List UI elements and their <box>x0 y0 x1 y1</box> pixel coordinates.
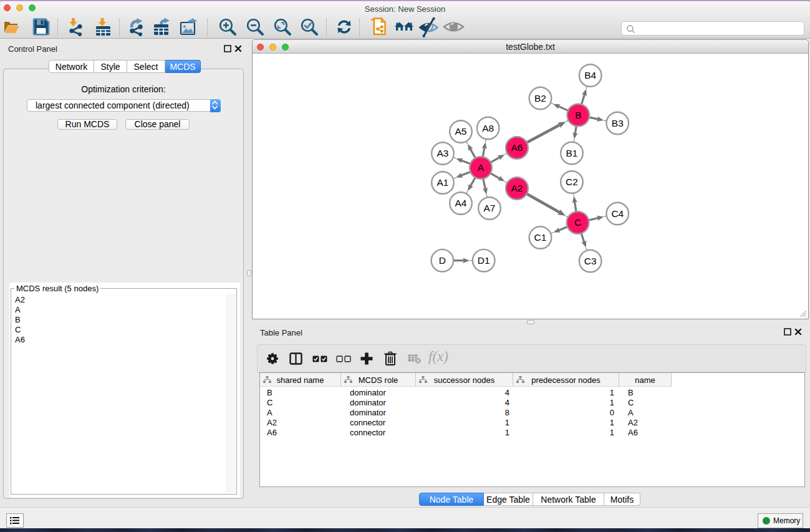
svg-text:B1: B1 <box>566 148 578 158</box>
svg-text:C1: C1 <box>534 232 547 243</box>
svg-text:A4: A4 <box>455 198 467 208</box>
svg-text:A7: A7 <box>484 203 496 213</box>
svg-text:A6: A6 <box>511 142 523 153</box>
svg-text:A3: A3 <box>437 148 449 158</box>
svg-text:B4: B4 <box>584 70 596 80</box>
svg-text:C2: C2 <box>566 177 578 187</box>
svg-text:B2: B2 <box>534 93 546 104</box>
svg-text:C4: C4 <box>611 208 624 219</box>
svg-text:A5: A5 <box>455 126 467 137</box>
svg-text:B3: B3 <box>612 118 624 128</box>
svg-text:A2: A2 <box>511 183 523 193</box>
svg-text:A: A <box>478 162 485 173</box>
svg-text:D1: D1 <box>478 255 490 266</box>
svg-text:A1: A1 <box>437 177 449 188</box>
svg-text:A8: A8 <box>482 123 494 133</box>
svg-text:C: C <box>574 217 581 228</box>
svg-text:D: D <box>439 255 446 266</box>
svg-text:B: B <box>575 110 581 120</box>
svg-text:C3: C3 <box>584 256 597 266</box>
